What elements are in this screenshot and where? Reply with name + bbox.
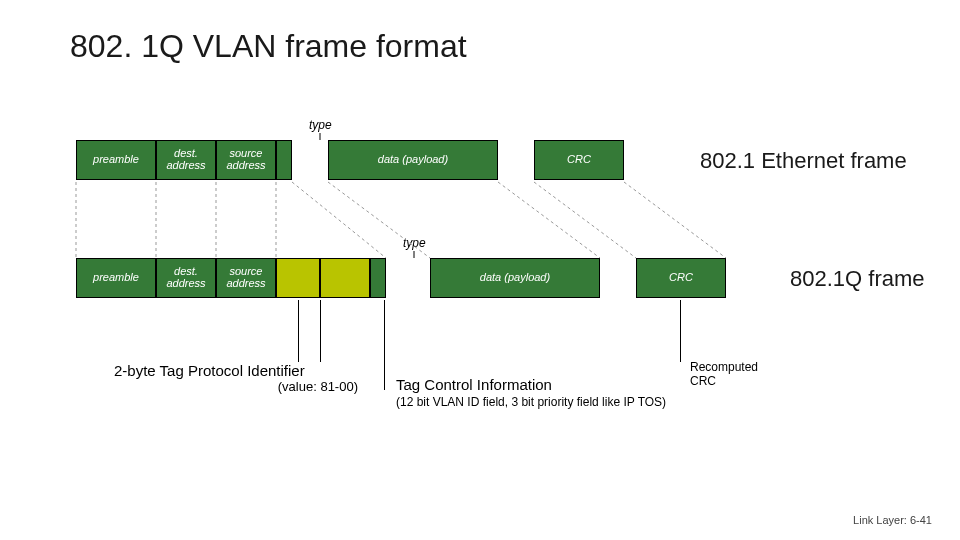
callout-line-tpi-l <box>298 300 299 362</box>
callout-line-tpi-r <box>320 300 321 362</box>
svg-line-7 <box>534 182 636 258</box>
seg-payload-2: data (payload) <box>430 258 600 298</box>
tci-annotation: Tag Control Information (12 bit VLAN ID … <box>396 376 696 409</box>
vlan-frame: preamble dest. address source address da… <box>76 258 726 298</box>
vlan-frame-label: 802.1Q frame <box>790 266 925 292</box>
seg-gap-2b <box>600 258 636 298</box>
svg-line-8 <box>624 182 726 258</box>
seg-tci <box>320 258 370 298</box>
seg-payload-1: data (payload) <box>328 140 498 180</box>
seg-gap-1b <box>498 140 534 180</box>
seg-src-1: source address <box>216 140 276 180</box>
type-label-1: type <box>309 118 332 132</box>
seg-gap-2 <box>386 258 430 298</box>
seg-type-2 <box>370 258 386 298</box>
seg-type-1 <box>276 140 292 180</box>
seg-dest-1: dest. address <box>156 140 216 180</box>
recomputed-crc-annotation: Recomputed CRC <box>690 360 758 388</box>
tpi-title: 2-byte Tag Protocol Identifier <box>114 362 305 379</box>
slide-title: 802. 1Q VLAN frame format <box>70 28 467 65</box>
seg-src-2: source address <box>216 258 276 298</box>
svg-line-4 <box>292 182 386 258</box>
seg-crc-2: CRC <box>636 258 726 298</box>
tpi-value: (value: 81-00) <box>114 379 394 394</box>
tpi-annotation: 2-byte Tag Protocol Identifier (value: 8… <box>114 362 394 394</box>
svg-line-6 <box>498 182 600 258</box>
type-label-2: type <box>403 236 426 250</box>
seg-tpi <box>276 258 320 298</box>
seg-dest-2: dest. address <box>156 258 216 298</box>
tci-desc: (12 bit VLAN ID field, 3 bit priority fi… <box>396 395 696 409</box>
seg-crc-1: CRC <box>534 140 624 180</box>
seg-gap-1 <box>292 140 328 180</box>
ethernet-frame: preamble dest. address source address da… <box>76 140 624 180</box>
seg-preamble-2: preamble <box>76 258 156 298</box>
tci-title: Tag Control Information <box>396 376 552 393</box>
ethernet-frame-label: 802.1 Ethernet frame <box>700 148 907 174</box>
seg-preamble-1: preamble <box>76 140 156 180</box>
slide-footer: Link Layer: 6-41 <box>853 514 932 526</box>
callout-line-crc <box>680 300 681 362</box>
